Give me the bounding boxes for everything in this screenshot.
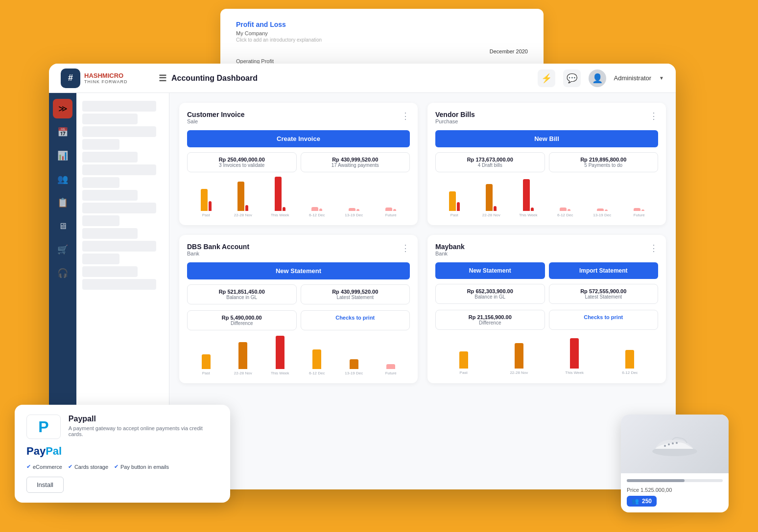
dbs-new-statement-button[interactable]: New Statement [187,262,410,279]
maybank-checks-amount: Checks to print [554,314,653,320]
mb-chart-thisweek: This Week [548,338,601,375]
vb-chart-thisweek: This Week [511,179,545,217]
sidebar-icon-chart[interactable]: 📊 [53,146,72,165]
maybank-diff-label: Difference [441,320,540,325]
maybank-title-block: Maybank Bank [435,243,465,256]
nav-item-7[interactable] [82,177,119,188]
vb-chart-13-19: 13-19 Dec [585,208,619,217]
shoe-image [621,415,729,473]
nav-item-11[interactable] [82,228,138,239]
paypal-feature-cards: ✔ Cards storage [68,463,108,470]
dbs-bank-menu-icon[interactable]: ⋮ [401,243,410,254]
vendor-bills-menu-icon[interactable]: ⋮ [649,111,658,121]
maybank-buttons: New Statement Import Statement [435,262,658,279]
sidebar-icon-cart[interactable]: 🛒 [53,240,72,259]
dbs-bank-chart: Past 22-28 Nov This Week 6-12 Dec [187,336,410,375]
nav-item-1[interactable] [82,101,156,112]
maybank-new-statement-button[interactable]: New Statement [435,262,545,279]
paypal-logo-text: PayPal [26,445,218,458]
dbs-stat-latest: Rp 430,999,520.00 Latest Statement [301,284,410,304]
nav-item-5[interactable] [82,152,138,162]
sidebar-icon-people[interactable]: 👥 [53,169,72,189]
mb-chart-6-12: 6-12 Dec [604,350,656,375]
dbs-checks-print[interactable]: Checks to print [301,310,410,330]
customer-invoice-title-block: Customer Invoice Sale [187,111,244,124]
user-dropdown-icon[interactable]: ▼ [659,75,664,81]
page-title: Accounting Dashboard [171,74,258,83]
profit-loss-intro: Click to add an introductory explanation [236,37,528,43]
vendor-bills-title: Vendor Bills [435,111,475,118]
dbs-chart-22-28: 22-28 Nov [226,342,261,375]
nav-item-8[interactable] [82,190,138,201]
shoe-stock-badge: 👥 250 [627,496,657,507]
paypal-description: A payment gateway to accept online payme… [69,425,218,437]
sidebar-icon-monitor[interactable]: 🖥 [53,216,72,236]
nav-item-13[interactable] [82,254,119,264]
check-ecommerce-icon: ✔ [26,463,31,470]
dbs-bank-widget: DBS Bank Account Bank ⋮ New Statement Rp… [179,235,418,383]
chart-label-22-28: 22-28 Nov [234,213,252,217]
vendor-bills-amount-2: Rp 219,895,800.00 [554,157,653,162]
customer-invoice-menu-icon[interactable]: ⋮ [401,111,410,121]
header-logo: # HASHMICRO THINK FORWARD [61,69,159,88]
sidebar-icon-headset[interactable]: 🎧 [53,263,72,283]
dbs-diff-amount: Rp 5,490,000.00 [192,315,291,321]
dbs-latest-label: Latest Statement [306,295,405,300]
maybank-title: Maybank [435,243,465,251]
chart-group-future: Future [374,208,408,217]
avatar[interactable]: 👤 [589,69,606,87]
check-pay-icon: ✔ [114,463,118,470]
nav-item-12[interactable] [82,241,156,252]
dashboard-grid: Customer Invoice Sale ⋮ Create Invoice R… [179,103,666,383]
user-name[interactable]: Administrator [614,74,652,82]
nav-item-10[interactable] [82,215,119,226]
chart-label-thisweek: This Week [271,213,289,217]
maybank-checks-print[interactable]: Checks to print [549,310,659,330]
chart-label-6-12: 6-12 Dec [309,213,325,217]
maybank-import-statement-button[interactable]: Import Statement [549,262,659,279]
stock-icon: 👥 [632,498,639,505]
chat-icon[interactable]: 💬 [563,69,581,87]
vb-chart-past: Past [437,191,472,217]
create-invoice-button[interactable]: Create Invoice [187,130,410,147]
maybank-menu-icon[interactable]: ⋮ [649,243,658,254]
customer-invoice-amount-2: Rp 430,999,520.00 [306,157,405,162]
nav-item-15[interactable] [82,279,156,290]
vendor-bills-stat-1: Rp 173,673,000.00 4 Draft bills [435,152,545,172]
new-bill-button[interactable]: New Bill [435,130,658,147]
nav-item-3[interactable] [82,126,156,137]
dbs-latest-amount: Rp 430,999,520.00 [306,289,405,295]
chart-group-thisweek: This Week [263,177,297,217]
svg-point-3 [672,442,674,444]
chart-label-future: Future [385,213,397,217]
nav-item-4[interactable] [82,139,119,150]
vendor-bills-stats: Rp 173,673,000.00 4 Draft bills Rp 219,8… [435,152,658,172]
sidebar-icon-calendar[interactable]: 📅 [53,122,72,142]
paypal-feature-cards-label: Cards storage [74,464,108,470]
paypal-feature-ecommerce-label: eCommerce [33,464,62,470]
dbs-stats-row2: Rp 5,490,000.00 Difference Checks to pri… [187,310,410,330]
svg-point-1 [664,445,666,447]
lightning-icon[interactable]: ⚡ [538,69,555,87]
hamburger-icon[interactable]: ☰ [159,73,166,84]
dbs-bank-subtitle: Bank [187,251,249,256]
dbs-bank-header: DBS Bank Account Bank ⋮ [187,243,410,256]
nav-item-14[interactable] [82,266,138,277]
hash-logo-icon: # [61,69,80,88]
dbs-bank-title-block: DBS Bank Account Bank [187,243,249,256]
sidebar-icon-document[interactable]: 📋 [53,193,72,212]
customer-invoice-label-2: 17 Awaiting payments [306,162,405,168]
nav-item-2[interactable] [82,114,138,124]
mb-chart-22-28: 22-28 Nov [493,343,545,375]
maybank-balance-label: Balance in GL [441,294,540,300]
maybank-subtitle: Bank [435,251,465,256]
customer-invoice-stat-2: Rp 430,999,520.00 17 Awaiting payments [301,152,410,172]
nav-item-9[interactable] [82,203,156,213]
maybank-stat-balance: Rp 652,303,900.00 Balance in GL [435,284,545,304]
maybank-widget: Maybank Bank ⋮ New Statement Import Stat… [427,235,666,383]
install-button[interactable]: Install [26,477,64,493]
shoe-svg [650,429,699,459]
paypal-feature-pay: ✔ Pay button in emails [114,463,169,470]
sidebar-icon-back[interactable]: ≫ [53,99,72,118]
nav-item-6[interactable] [82,164,156,175]
